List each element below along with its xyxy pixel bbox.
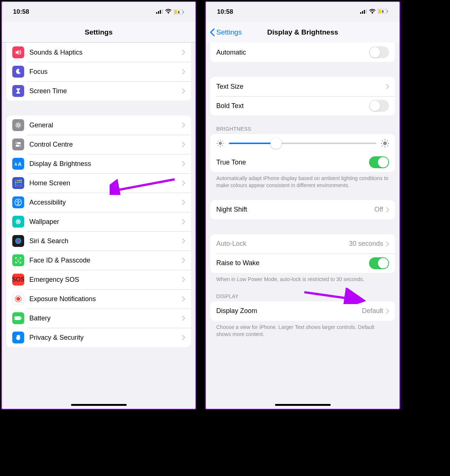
- brightness-slider[interactable]: [229, 143, 376, 144]
- svg-rect-34: [20, 183, 22, 185]
- settings-row-battery[interactable]: Battery: [6, 309, 191, 328]
- text-size-row[interactable]: Text Size: [210, 77, 395, 96]
- accessibility-icon: [12, 196, 24, 208]
- back-button[interactable]: Settings: [210, 28, 242, 36]
- row-label: Home Screen: [29, 179, 182, 187]
- row-label: Face ID & Passcode: [29, 257, 182, 264]
- svg-line-84: [222, 141, 223, 141]
- status-icons: 5: [360, 8, 388, 16]
- settings-row-exposure-notifications[interactable]: Exposure Notifications: [6, 289, 191, 309]
- sound-icon: [12, 46, 24, 58]
- settings-row-general[interactable]: General: [6, 115, 191, 135]
- svg-rect-1: [158, 11, 159, 14]
- raise-to-wake-toggle[interactable]: [369, 257, 389, 269]
- settings-row-control-centre[interactable]: Control Centre: [6, 135, 191, 154]
- row-label: Screen Time: [29, 87, 182, 95]
- auto-lock-row[interactable]: Auto-Lock 30 seconds: [210, 234, 395, 254]
- svg-rect-70: [364, 10, 365, 14]
- svg-point-40: [17, 200, 19, 201]
- svg-point-20: [19, 145, 20, 147]
- settings-row-emergency-sos[interactable]: SOS Emergency SOS: [6, 270, 191, 289]
- hourglass-icon: [12, 85, 24, 97]
- svg-point-85: [383, 141, 387, 145]
- chevron-right-icon: [182, 219, 185, 224]
- svg-point-51: [19, 259, 20, 260]
- night-shift-row[interactable]: Night Shift Off: [210, 200, 395, 219]
- bold-text-label: Bold Text: [216, 102, 369, 110]
- aa-icon: AA: [12, 158, 24, 170]
- svg-rect-71: [366, 9, 367, 14]
- toggles-icon: [12, 138, 24, 150]
- svg-rect-26: [20, 180, 22, 181]
- true-tone-row[interactable]: True Tone: [210, 153, 395, 172]
- svg-line-93: [387, 140, 388, 141]
- sos-icon: SOS: [12, 274, 24, 286]
- bold-text-row[interactable]: Bold Text: [210, 96, 395, 115]
- settings-row-screen-time[interactable]: Screen Time: [6, 81, 191, 101]
- row-label: Siri & Search: [29, 237, 182, 245]
- svg-line-82: [222, 145, 223, 146]
- settings-row-focus[interactable]: Focus: [6, 62, 191, 81]
- svg-rect-29: [19, 182, 20, 183]
- auto-lock-value: 30 seconds: [349, 240, 383, 248]
- settings-row-display-brightness[interactable]: AA Display & Brightness: [6, 154, 191, 173]
- display-header: DISPLAY: [216, 293, 389, 299]
- svg-rect-69: [362, 11, 363, 14]
- bold-text-toggle[interactable]: [369, 100, 389, 112]
- battery-icon: 5: [174, 10, 184, 14]
- svg-line-91: [387, 146, 388, 146]
- settings-row-siri-search[interactable]: Siri & Search: [6, 231, 191, 251]
- svg-rect-24: [17, 180, 18, 181]
- display-zoom-footer: Choose a view for iPhone. Larger Text sh…: [216, 324, 389, 338]
- automatic-toggle[interactable]: [369, 46, 389, 58]
- home-indicator[interactable]: [71, 404, 127, 406]
- page-title: Settings: [85, 28, 113, 36]
- svg-rect-65: [14, 316, 21, 320]
- settings-row-face-id-passcode[interactable]: Face ID & Passcode: [6, 251, 191, 270]
- display-content[interactable]: Automatic Text Size Bold Text BRIGHTNESS: [206, 43, 399, 409]
- settings-group-1: Sounds & Haptics Focus Screen Time: [6, 43, 191, 101]
- row-label: Accessibility: [29, 199, 182, 206]
- svg-rect-36: [17, 185, 18, 187]
- cellular-icon: [156, 8, 163, 16]
- faceid-icon: [12, 254, 24, 266]
- svg-line-16: [20, 123, 20, 124]
- svg-point-60: [15, 297, 16, 298]
- text-size-label: Text Size: [216, 83, 386, 91]
- row-label: Emergency SOS: [29, 276, 182, 284]
- settings-row-wallpaper[interactable]: Wallpaper: [6, 212, 191, 231]
- svg-point-56: [18, 301, 19, 302]
- svg-text:5: 5: [382, 10, 383, 13]
- chevron-right-icon: [182, 142, 185, 147]
- svg-point-50: [17, 259, 17, 260]
- svg-rect-35: [15, 185, 16, 187]
- svg-line-14: [20, 127, 20, 127]
- settings-group-2: General Control Centre AA Display & Brig…: [6, 115, 191, 347]
- svg-point-58: [15, 300, 16, 301]
- row-label: Battery: [29, 314, 182, 322]
- svg-point-64: [20, 297, 21, 298]
- svg-line-15: [16, 127, 17, 127]
- display-zoom-row[interactable]: Display Zoom Default: [210, 301, 395, 321]
- grid-icon: [12, 177, 24, 189]
- automatic-row[interactable]: Automatic: [210, 43, 395, 62]
- svg-rect-33: [19, 183, 20, 185]
- nav-header: Settings Display & Brightness: [206, 22, 399, 43]
- settings-content[interactable]: Sounds & Haptics Focus Screen Time Gener…: [2, 43, 195, 409]
- true-tone-toggle[interactable]: [369, 156, 389, 168]
- automatic-group: Automatic: [210, 43, 395, 62]
- settings-row-privacy-security[interactable]: Privacy & Security: [6, 328, 191, 347]
- chevron-right-icon: [182, 335, 185, 340]
- svg-rect-73: [379, 10, 381, 13]
- brightness-slider-row: [210, 134, 395, 153]
- svg-line-83: [218, 145, 218, 146]
- settings-row-accessibility[interactable]: Accessibility: [6, 193, 191, 212]
- raise-to-wake-row[interactable]: Raise to Wake: [210, 254, 395, 273]
- settings-row-home-screen[interactable]: Home Screen: [6, 173, 191, 193]
- chevron-right-icon: [182, 50, 185, 55]
- hand-icon: [12, 332, 24, 343]
- svg-rect-3: [162, 9, 163, 14]
- settings-row-sounds-haptics[interactable]: Sounds & Haptics: [6, 43, 191, 62]
- home-indicator[interactable]: [275, 404, 331, 406]
- chevron-right-icon: [386, 241, 389, 247]
